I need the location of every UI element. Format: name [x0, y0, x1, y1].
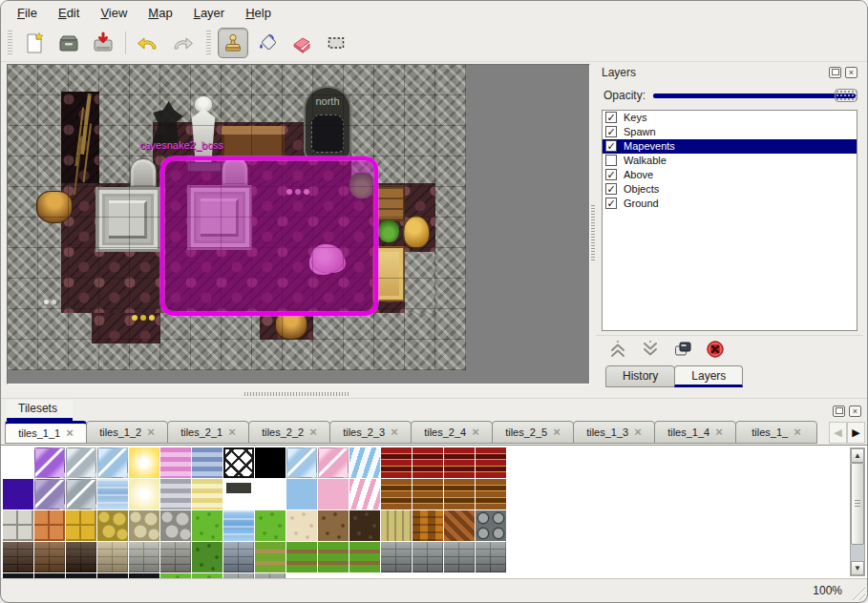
- close-tab-icon[interactable]: ×: [715, 427, 723, 437]
- palette-tile-hedge[interactable]: [192, 542, 222, 572]
- palette-tile-brick_darkbrown[interactable]: [3, 542, 33, 572]
- tileset-tab-tiles_2_1[interactable]: tiles_2_1×: [167, 421, 249, 444]
- duplicate-layer-button[interactable]: [672, 339, 693, 360]
- menu-help[interactable]: Help: [235, 3, 282, 23]
- raise-layer-button[interactable]: [607, 339, 628, 360]
- close-tab-icon[interactable]: ×: [228, 427, 236, 437]
- palette-tile-grass_path[interactable]: [286, 542, 317, 572]
- palette-tile-blue_solid[interactable]: [286, 479, 317, 509]
- delete-layer-button[interactable]: [705, 339, 726, 360]
- close-tab-icon[interactable]: ×: [553, 427, 561, 437]
- tileset-tab-tiles_1_3[interactable]: tiles_1_3×: [573, 421, 655, 444]
- palette-tile-grass_path[interactable]: [318, 542, 349, 572]
- close-tab-icon[interactable]: ×: [472, 427, 479, 437]
- palette-tile-stripes_blue[interactable]: [192, 447, 222, 478]
- palette-tile-black[interactable]: [255, 447, 286, 478]
- tile-palette[interactable]: ▲ ▼: [1, 445, 867, 578]
- horizontal-splitter[interactable]: [1, 389, 867, 398]
- scrollbar-track[interactable]: [851, 545, 864, 561]
- layer-row-spawn[interactable]: ✓Spawn: [603, 125, 857, 139]
- map-selection-rectangle[interactable]: [160, 156, 378, 316]
- menu-edit[interactable]: Edit: [48, 3, 90, 23]
- close-tab-icon[interactable]: ×: [66, 428, 74, 438]
- toolbar-grip[interactable]: [6, 31, 14, 55]
- layer-visibility-checkbox[interactable]: ✓: [605, 126, 617, 137]
- palette-tile-crystal_blue2[interactable]: [286, 447, 317, 478]
- palette-tile-wall_tan[interactable]: [97, 542, 128, 572]
- new-button[interactable]: [19, 28, 50, 58]
- palette-tile-wall_blue[interactable]: [223, 542, 254, 572]
- undo-button[interactable]: [133, 28, 163, 58]
- palette-tile-crystal_pink[interactable]: [318, 447, 349, 478]
- resize-grip[interactable]: [850, 585, 865, 600]
- palette-tile-carpet_red[interactable]: [381, 447, 412, 478]
- tileset-tab-tiles_1_2[interactable]: tiles_1_2×: [86, 421, 168, 444]
- close-tab-icon[interactable]: ×: [794, 427, 801, 437]
- palette-tile-grass[interactable]: [255, 510, 286, 541]
- palette-tile-carpet_red[interactable]: [476, 447, 506, 478]
- fill-tool-button[interactable]: [252, 28, 283, 58]
- tilesets-panel-title[interactable]: Tilesets: [7, 400, 73, 421]
- palette-tile-lattice[interactable]: [223, 447, 254, 478]
- scroll-tabs-right-icon[interactable]: ▶: [847, 422, 865, 444]
- opacity-slider-handle[interactable]: [835, 89, 857, 102]
- palette-scrollbar[interactable]: ▲ ▼: [850, 447, 865, 576]
- tileset-tab-tiles_1_4[interactable]: tiles_1_4×: [654, 421, 736, 444]
- tileset-tab-tiles_1_[interactable]: tiles_1_×: [735, 421, 817, 444]
- layer-visibility-checkbox[interactable]: ✓: [605, 169, 617, 180]
- eraser-tool-button[interactable]: [286, 28, 317, 58]
- layer-visibility-checkbox[interactable]: ✓: [605, 183, 617, 195]
- close-tab-icon[interactable]: ×: [309, 427, 317, 437]
- layer-visibility-checkbox[interactable]: ✓: [605, 140, 617, 152]
- palette-tile-water_ripple[interactable]: [97, 479, 128, 509]
- layer-visibility-checkbox[interactable]: [605, 155, 617, 166]
- palette-tile-stripes_pink[interactable]: [160, 447, 191, 478]
- layer-visibility-checkbox[interactable]: ✓: [605, 198, 617, 209]
- palette-tile-carpet_orange[interactable]: [381, 479, 412, 509]
- palette-tile-brick_grey2[interactable]: [444, 542, 475, 572]
- palette-tile-crystal_blue[interactable]: [97, 447, 128, 478]
- stamp-tool-button[interactable]: [218, 28, 248, 58]
- palette-tile-pink_solid[interactable]: [318, 479, 349, 509]
- palette-tile-glow_yellow[interactable]: [129, 447, 159, 478]
- palette-tile-stripes_yellow[interactable]: [192, 479, 222, 509]
- palette-tile-brick_grey2[interactable]: [381, 542, 412, 572]
- tileset-tab-tiles_2_3[interactable]: tiles_2_3×: [329, 421, 412, 444]
- palette-tile-logs[interactable]: [476, 510, 506, 541]
- palette-tile-path_sand[interactable]: [255, 542, 286, 572]
- map-viewport[interactable]: north: [7, 64, 590, 385]
- toolbar-grip[interactable]: [204, 31, 213, 55]
- menu-file[interactable]: File: [7, 3, 48, 23]
- palette-tile-planks[interactable]: [381, 510, 412, 541]
- palette-tile-stone_blocks[interactable]: [3, 510, 33, 541]
- opacity-slider-track[interactable]: [653, 94, 856, 98]
- layer-row-ground[interactable]: ✓Ground: [603, 197, 857, 211]
- palette-tile-cobble_grey[interactable]: [160, 510, 191, 541]
- tileset-tab-tiles_2_2[interactable]: tiles_2_2×: [248, 421, 330, 444]
- layer-row-walkable[interactable]: Walkable: [603, 154, 857, 168]
- map-canvas[interactable]: north: [8, 65, 466, 370]
- palette-tile-glow_pale[interactable]: [129, 479, 159, 509]
- close-tab-icon[interactable]: ×: [147, 427, 155, 437]
- tileset-tab-tiles_2_5[interactable]: tiles_2_5×: [492, 421, 574, 444]
- scroll-down-icon[interactable]: ▼: [851, 561, 864, 575]
- palette-tile-brick_grey2[interactable]: [413, 542, 443, 572]
- lower-layer-button[interactable]: [640, 339, 661, 360]
- palette-tile-water[interactable]: [223, 510, 254, 541]
- palette-tile-sign_dark[interactable]: [223, 479, 254, 509]
- select-tool-button[interactable]: [321, 28, 351, 58]
- palette-tile-carpet_orange[interactable]: [413, 479, 443, 509]
- palette-tile-cobble_yellow[interactable]: [97, 510, 128, 541]
- palette-tile-stripes_grey[interactable]: [160, 479, 191, 509]
- opacity-slider[interactable]: [653, 89, 856, 102]
- palette-tile-brick_grey2[interactable]: [476, 542, 506, 572]
- layer-row-objects[interactable]: ✓Objects: [603, 182, 857, 197]
- palette-tile-grass_path[interactable]: [349, 542, 380, 572]
- palette-tile-grass[interactable]: [192, 510, 222, 541]
- palette-tile-crystal_purple[interactable]: [34, 447, 65, 478]
- close-tab-icon[interactable]: ×: [634, 427, 642, 437]
- palette-tile-wood_dark[interactable]: [349, 510, 380, 541]
- layer-visibility-checkbox[interactable]: ✓: [605, 112, 617, 123]
- palette-tile-tiles_orange[interactable]: [34, 510, 65, 541]
- scroll-tabs-left-icon[interactable]: ◀: [829, 422, 847, 444]
